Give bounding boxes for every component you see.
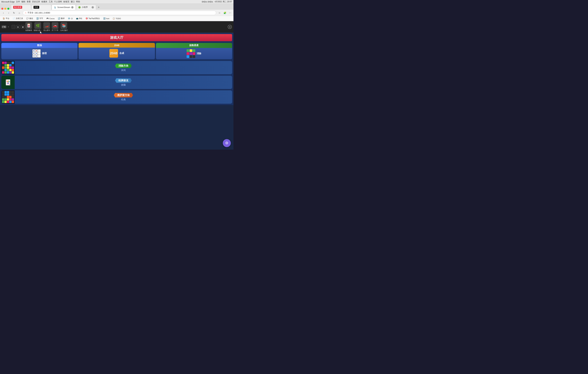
bookmark-todo[interactable]: 📋 TODO	[111, 17, 122, 20]
font-icon-bm: 🔤	[36, 17, 39, 20]
tab-douyin[interactable]: 抖音	[31, 5, 51, 10]
back-button[interactable]: ‹	[1, 11, 5, 15]
bookmark-todo-label: TODO	[116, 18, 121, 20]
tab-miniapp-label: 小程序	[82, 6, 88, 9]
game-card-stars[interactable]: 拯救星星 消除	[156, 43, 232, 59]
ad-record-button[interactable]: ⏺	[228, 25, 232, 29]
blocks-info: 消除方块 休闲	[15, 61, 232, 74]
ad-close-button[interactable]: ×	[7, 26, 10, 28]
minimize-window-button[interactable]	[4, 8, 6, 10]
game-item-solitaire[interactable]: 🃏 纸牌接龙 烧脑	[1, 76, 232, 89]
star-cell-6	[187, 55, 189, 58]
system-tray: 0KB/s 0KB/s 4月30日 周二 20:57	[202, 0, 232, 3]
main-content: 广告 × ⛶ ▶ ▣ 🀄 免费麻将 🌿 植物大战... 🏎️ 登山赛车 🚗 开	[0, 21, 233, 150]
menu-edge[interactable]: Microsoft Edge	[1, 1, 15, 3]
favorites-button[interactable]: ☆	[218, 11, 221, 15]
address-field[interactable]: ⚠ 不安全 192.168.1.3:8080	[23, 11, 216, 15]
ad-game-plants[interactable]: 🌿 植物大战...	[34, 22, 42, 32]
sudoku-cell-4: 4	[35, 52, 38, 55]
stars-visual	[187, 49, 195, 58]
menu-file[interactable]: 文件	[16, 0, 20, 3]
cocos-icon: 🎮	[46, 17, 49, 20]
bookmarks-bar: 🏠 平台 📄 文档工具 💬 微信 🔤 字节 🎮 Cocos 🔄 翻译 ⚙️ CI	[0, 16, 233, 21]
new-tab-button[interactable]: +	[96, 5, 101, 10]
bookmark-font-label: 字节	[39, 17, 43, 20]
game-item-tetris[interactable]: 俄罗斯方块 经典	[1, 90, 232, 104]
bookmark-docs[interactable]: 📄 文档工具	[11, 17, 24, 20]
tab-screenstream[interactable]: 📡 ScreenStream ×	[52, 5, 76, 10]
hall-title: 游戏大厅	[110, 36, 123, 39]
menu-history[interactable]: 历史记录	[32, 0, 40, 3]
bookmark-ci[interactable]: ⚙️ CI	[66, 17, 74, 20]
blocks-tag: 休闲	[121, 69, 126, 72]
ad-screen-button[interactable]: ▣	[21, 25, 25, 29]
clock: 4月30日 周二 20:57	[215, 0, 232, 3]
home-button[interactable]: ⌂	[17, 11, 21, 15]
bookmark-wechat[interactable]: 💬 微信	[25, 17, 34, 20]
game-item-blocks[interactable]: 消除方块 休闲	[1, 61, 232, 74]
reload-button[interactable]: ↻	[12, 11, 16, 15]
close-window-button[interactable]	[1, 8, 3, 10]
tab-miniapp-close-button[interactable]: ×	[92, 6, 94, 9]
url-text: 192.168.1.3:8080	[34, 12, 50, 14]
game-card-2048[interactable]: 2048 2048 合成	[79, 43, 155, 59]
bilibili-icon: 📺	[76, 17, 78, 20]
mahjong-label: 免费麻将	[25, 29, 32, 32]
stars-header: 拯救星星	[156, 43, 232, 48]
game-card-sudoku[interactable]: 数独 9 8 5 4 3 2 推理	[1, 43, 78, 59]
menu-window[interactable]: 窗口	[71, 0, 75, 3]
miniapp-icon: 🟢	[78, 6, 81, 9]
bookmark-bilibili[interactable]: 📺 B站	[75, 17, 83, 20]
ad-label: 广告	[2, 26, 6, 28]
bookmark-platform[interactable]: 🏠 平台	[1, 17, 11, 20]
settings-button[interactable]: ⚙	[223, 139, 231, 147]
maximize-window-button[interactable]	[7, 8, 9, 10]
more-button[interactable]: ⋯	[228, 11, 232, 15]
bookmark-font2[interactable]: 🔤 font	[102, 17, 111, 20]
ci-icon: ⚙️	[68, 17, 70, 20]
sudoku-cell-7: 2	[35, 55, 38, 57]
menu-view[interactable]: 查看	[27, 0, 31, 3]
menu-favorites[interactable]: 收藏夹	[41, 0, 47, 3]
sudoku-cell-5	[38, 52, 40, 55]
tetris-tag: 经典	[121, 98, 126, 101]
ad-controls: ⛶ ▶ ▣	[12, 25, 25, 29]
bookmark-cocos[interactable]: 🎮 Cocos	[45, 17, 56, 20]
ad-game-racing[interactable]: 🏎️ 登山赛车	[43, 22, 50, 32]
plants-thumb: 🌿	[34, 22, 41, 29]
screenstream-icon: 📡	[54, 6, 56, 9]
bookmark-taptap[interactable]: 🎯 TapTap控制台	[84, 17, 101, 20]
tetris-name: 俄罗斯方块	[114, 93, 133, 98]
menu-tabs[interactable]: 标签页	[63, 0, 69, 3]
sudoku-cell-8	[38, 55, 40, 57]
bookmark-cocos-label: Cocos	[49, 18, 54, 20]
ad-play-button[interactable]: ▶	[16, 25, 20, 29]
bookmark-taptap-label: TapTap控制台	[89, 17, 100, 20]
top-games-grid: 数独 9 8 5 4 3 2 推理	[1, 43, 232, 59]
bookmark-font[interactable]: 🔤 字节	[35, 17, 44, 20]
ad-game-kids[interactable]: 📚 儿科启蒙2	[60, 22, 68, 32]
tab-daily-label: 每日查看	[13, 6, 22, 9]
blocks-thumb	[1, 61, 15, 74]
ad-game-mahjong[interactable]: 🀄 免费麻将	[25, 22, 32, 32]
bookmark-translate[interactable]: 🔄 翻译	[57, 17, 66, 20]
tab-close-button[interactable]: ×	[71, 6, 74, 9]
menu-tools[interactable]: 工具	[49, 0, 53, 3]
menu-profile[interactable]: 个人资料	[54, 0, 62, 3]
docs-icon: 📄	[13, 17, 15, 20]
wechat-icon: 💬	[26, 17, 29, 20]
forward-button[interactable]: ›	[7, 11, 11, 15]
tetris-info: 俄罗斯方块 经典	[15, 90, 232, 104]
menu-help[interactable]: 帮助	[76, 0, 80, 3]
tab-daily[interactable]: 每日查看	[11, 5, 31, 10]
ad-game-car[interactable]: 🚗 开了个车	[52, 22, 58, 32]
bookmark-platform-label: 平台	[6, 17, 9, 20]
game-hall: 游戏大厅 数独 9 8 5 4 3 2	[0, 33, 233, 105]
tab-miniapp[interactable]: 🟢 小程序 ×	[76, 5, 96, 10]
macos-menubar: Microsoft Edge 文件 编辑 查看 历史记录 收藏夹 工具 个人资料…	[0, 0, 233, 4]
menu-edit[interactable]: 编辑	[21, 0, 25, 3]
ad-fullscreen-button[interactable]: ⛶	[12, 25, 15, 29]
extensions-button[interactable]: 🧩	[223, 11, 227, 15]
sudoku-cell-6: 3	[32, 55, 35, 57]
racing-thumb: 🏎️	[43, 22, 50, 29]
